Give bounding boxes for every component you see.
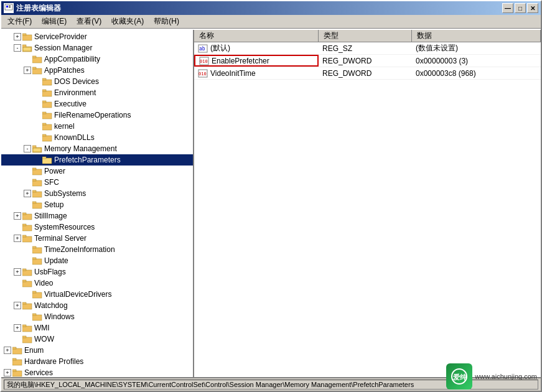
folder-icon xyxy=(42,100,52,108)
reg-dword-icon: 010 xyxy=(199,56,209,66)
folder-icon xyxy=(12,357,22,366)
tree-item-UsbFlags[interactable]: + UsbFlags xyxy=(1,266,193,278)
tree-item-ServiceProvider[interactable]: + ServiceProvider xyxy=(1,31,193,42)
expand-AppPatches[interactable]: + xyxy=(24,67,31,74)
expand-WMI[interactable]: + xyxy=(14,324,21,332)
tree-item-KnownDLLs[interactable]: KnownDLLs xyxy=(1,132,193,143)
folder-icon xyxy=(32,189,42,198)
reg-data: (数值未设置) xyxy=(412,42,541,54)
tree-item-Update[interactable]: Update xyxy=(1,255,193,266)
tree-item-kernel[interactable]: kernel xyxy=(1,121,193,132)
tree-label: VirtualDeviceDrivers xyxy=(44,290,111,299)
folder-icon xyxy=(22,324,32,332)
window-title: 注册表编辑器 xyxy=(16,3,61,14)
tree-label: SFC xyxy=(44,178,59,187)
reg-type: REG_DWORD xyxy=(319,67,412,79)
expand-UsbFlags[interactable]: + xyxy=(14,268,21,276)
tree-item-WMI[interactable]: + WMI xyxy=(1,322,193,334)
table-row[interactable]: 010 EnablePrefetcher REG_DWORD 0x0000000… xyxy=(194,55,541,67)
expand-Watchdog[interactable]: + xyxy=(14,302,21,309)
table-row[interactable]: 010 VideoInitTime REG_DWORD 0x000003c8 (… xyxy=(194,67,541,80)
tree-item-Services[interactable]: + Services xyxy=(1,367,193,377)
folder-icon xyxy=(32,55,42,63)
tree-item-Enum[interactable]: + Enum xyxy=(1,345,193,356)
expand-ServiceProvider[interactable]: + xyxy=(14,33,21,40)
tree-item-SFC[interactable]: SFC xyxy=(1,177,193,188)
tree-item-MemoryManagement[interactable]: - Memory Management xyxy=(1,143,193,154)
svg-rect-51 xyxy=(22,280,26,282)
folder-icon xyxy=(42,111,52,119)
tree-label: KnownDLLs xyxy=(54,133,95,142)
tree-item-VirtualDeviceDrivers[interactable]: VirtualDeviceDrivers xyxy=(1,289,193,300)
expand-Services[interactable]: + xyxy=(4,369,11,376)
svg-rect-62 xyxy=(12,348,22,354)
tree-item-HardwareProfiles[interactable]: Hardware Profiles xyxy=(1,356,193,367)
tree-item-TerminalServer[interactable]: + Terminal Server xyxy=(1,233,193,244)
minimize-button[interactable]: — xyxy=(502,3,513,13)
svg-rect-56 xyxy=(32,315,42,320)
reg-name: ab (默认) xyxy=(194,42,319,54)
svg-rect-65 xyxy=(12,358,16,360)
svg-rect-12 xyxy=(32,67,36,69)
tree-item-Setup[interactable]: Setup xyxy=(1,199,193,210)
tree-item-WOW[interactable]: WOW xyxy=(1,334,193,345)
tree-item-Power[interactable]: Power xyxy=(1,166,193,177)
folder-icon xyxy=(42,156,52,164)
tree-label: Update xyxy=(44,256,68,265)
svg-rect-43 xyxy=(22,235,26,237)
tree-item-Watchdog[interactable]: + Watchdog xyxy=(1,300,193,311)
tree-label: PrefetchParameters xyxy=(54,156,121,164)
maximize-button[interactable]: □ xyxy=(515,3,526,13)
tree-item-AppCompatibility[interactable]: AppCompatibility xyxy=(1,54,193,65)
tree-item-TimeZoneInformation[interactable]: TimeZoneInformation xyxy=(1,244,193,255)
table-row[interactable]: ab (默认) REG_SZ (数值未设置) xyxy=(194,42,541,55)
menu-edit[interactable]: 编辑(E) xyxy=(37,15,72,28)
expand-TerminalServer[interactable]: + xyxy=(14,235,21,242)
tree-scroll[interactable]: + ServiceProvider - Session Manager xyxy=(1,30,193,377)
svg-rect-7 xyxy=(22,45,26,47)
svg-rect-20 xyxy=(42,112,46,114)
tree-item-SessionManager[interactable]: - Session Manager xyxy=(1,42,193,54)
tree-item-Environment[interactable]: Environment xyxy=(1,87,193,98)
folder-icon xyxy=(32,167,42,175)
menu-file[interactable]: 文件(F) xyxy=(2,15,37,28)
tree-item-SubSystems[interactable]: + SubSystems xyxy=(1,188,193,199)
tree-item-PrefetchParameters[interactable]: PrefetchParameters xyxy=(1,154,193,166)
tree-item-SystemResources[interactable]: SystemResources xyxy=(1,222,193,233)
app-icon xyxy=(4,3,14,13)
tree-item-StillImage[interactable]: + StillImage xyxy=(1,210,193,222)
svg-rect-66 xyxy=(12,371,22,376)
expand-StillImage[interactable]: + xyxy=(14,212,21,220)
expand-Enum[interactable]: + xyxy=(4,347,11,354)
menu-favorites[interactable]: 收藏夹(A) xyxy=(106,15,149,28)
folder-icon xyxy=(42,122,52,131)
svg-rect-21 xyxy=(42,124,52,130)
reg-name: 010 EnablePrefetcher xyxy=(194,55,319,67)
expand-MemoryManagement[interactable]: - xyxy=(24,145,31,152)
expand-SubSystems[interactable]: + xyxy=(24,190,31,197)
tree-item-Executive[interactable]: Executive xyxy=(1,98,193,110)
tree-item-Video[interactable]: Video xyxy=(1,278,193,289)
tree-item-AppPatches[interactable]: + AppPatches xyxy=(1,65,193,76)
svg-rect-14 xyxy=(42,78,46,80)
tree-item-FileRenameOperations[interactable]: FileRenameOperations xyxy=(1,110,193,121)
reg-dword-icon: 010 xyxy=(198,68,208,78)
folder-icon xyxy=(32,178,42,187)
tree-label: Memory Management xyxy=(44,144,117,153)
menu-view[interactable]: 查看(V) xyxy=(72,15,106,28)
tree-item-Windows[interactable]: Windows xyxy=(1,311,193,322)
svg-rect-11 xyxy=(32,68,42,74)
watermark-logo: 爱纯 xyxy=(446,363,472,390)
tree-label: AppCompatibility xyxy=(44,55,100,63)
svg-rect-27 xyxy=(33,148,41,152)
expand-SessionManager[interactable]: - xyxy=(14,44,21,52)
close-button[interactable]: ✕ xyxy=(527,3,538,13)
svg-rect-26 xyxy=(32,146,36,148)
menu-help[interactable]: 帮助(H) xyxy=(149,15,184,28)
reg-name-text: VideoInitTime xyxy=(210,69,256,78)
tree-item-DOSDevices[interactable]: DOS Devices xyxy=(1,76,193,87)
svg-rect-36 xyxy=(32,203,42,208)
svg-rect-57 xyxy=(32,314,36,315)
tree-label: Setup xyxy=(44,200,63,209)
svg-rect-33 xyxy=(32,179,36,181)
